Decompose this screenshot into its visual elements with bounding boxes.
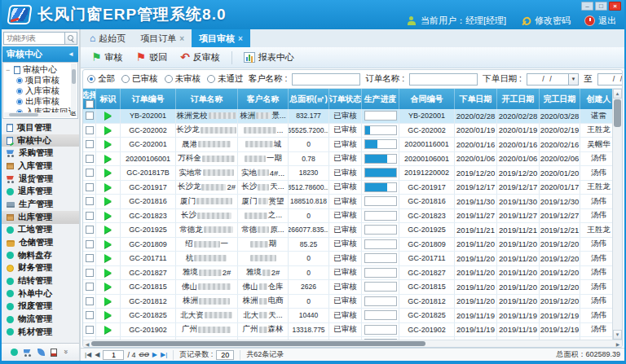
row-checkbox[interactable] [86, 112, 94, 120]
radio-audited[interactable]: 已审核 [121, 73, 158, 85]
reject-button[interactable]: ⚑驳回 [130, 50, 174, 65]
table-row[interactable]: GC-201809绍一期85.25已审核GC-2018092019/11/202… [83, 238, 622, 252]
horizontal-scroll-thumb[interactable] [91, 341, 425, 346]
sidebar-item-scrap-management[interactable]: 报废管理 [2, 300, 79, 314]
sidebar-item-carryover-management[interactable]: 结转管理 [2, 274, 79, 287]
tree-item[interactable]: 项目审核 [6, 75, 70, 86]
sidebar-item-project-management[interactable]: 项目管理 [2, 121, 79, 134]
overflow-icon[interactable] [63, 349, 71, 357]
sidebar-item-warehouse-management[interactable]: 仓储管理 [2, 236, 79, 249]
sidebar-item-consumables-management[interactable]: 耗材管理 [2, 326, 79, 339]
table-row[interactable]: GC-202001晟港城0已审核202001160012020/01/16202… [83, 138, 622, 152]
table-row[interactable]: GC-201925常德龙常德原...266077.835...已审核GC-201… [83, 223, 622, 238]
sidebar-item-audit-center[interactable]: 审核中心 [2, 134, 79, 147]
table-row[interactable]: GC-201823长沙之...0已审核GC-2018232019/11/2720… [83, 209, 622, 224]
col-header-flag[interactable]: 标识 [96, 89, 121, 109]
close-button[interactable]: × [609, 2, 621, 11]
tree-vertical-scrollbar[interactable] [71, 64, 77, 112]
row-checkbox[interactable] [86, 183, 94, 191]
search-button[interactable] [65, 32, 77, 45]
vertical-scroll-thumb[interactable] [614, 99, 621, 127]
radio-all[interactable]: 全部 [87, 73, 115, 85]
col-header-select[interactable]: 选择 [83, 89, 96, 109]
row-checkbox[interactable] [86, 169, 94, 177]
function-search-input[interactable] [3, 32, 65, 45]
sidebar-item-site-management[interactable]: 工地管理 [2, 224, 79, 237]
table-vertical-scrollbar[interactable]: ▲ ▼ [612, 89, 622, 340]
sidebar-item-production-management[interactable]: 生产管理 [2, 198, 79, 211]
close-icon[interactable]: × [179, 34, 184, 43]
col-header-client[interactable]: 客户名称 [238, 89, 289, 109]
row-checkbox[interactable] [86, 254, 94, 262]
maximize-button[interactable]: □ [595, 2, 607, 11]
sidebar-item-finance-management[interactable]: 财务管理 [2, 262, 79, 275]
sidebar-item-stock-return-management[interactable]: 退库管理 [2, 185, 79, 198]
order-date-from-input[interactable]: / / [527, 73, 569, 86]
table-row[interactable]: GC-201817B实地常实地4#...18230已审核201912200022… [83, 166, 622, 181]
radio-unaudited[interactable]: 未审核 [165, 73, 201, 85]
col-header-start-date[interactable]: 开工日期 [497, 89, 540, 109]
table-row[interactable]: GC-201816厦门厦门赏望188510.818已审核GC-201816201… [83, 195, 622, 209]
prev-page-button[interactable]: ◀ [95, 351, 99, 358]
table-row[interactable]: 20200106001万科金一期0.78已审核202001060012020/0… [83, 152, 622, 167]
next-page-button[interactable]: ▶ [152, 351, 157, 358]
radio-failed[interactable]: 未通过 [207, 73, 244, 85]
col-header-area[interactable]: 总面积(㎡) [289, 89, 329, 109]
row-checkbox[interactable] [86, 226, 94, 234]
row-checkbox[interactable] [86, 283, 94, 291]
col-header-order-no[interactable]: 订单编号 [121, 89, 176, 109]
row-checkbox[interactable] [86, 240, 94, 248]
report-icon[interactable] [51, 349, 57, 357]
tree-root[interactable]: − 审核中心 [6, 64, 70, 75]
row-checkbox[interactable] [86, 269, 94, 277]
order-date-to-input[interactable]: / / [597, 73, 622, 86]
scroll-down-icon[interactable]: ▼ [613, 330, 622, 340]
table-row[interactable]: YB-202001株洲党校株洲景...832.177已审核YB-20200120… [83, 109, 622, 124]
table-row[interactable]: GC-201812株洲株洲电商0已审核GC-2018122019/11/2020… [83, 295, 622, 309]
col-header-order-date[interactable]: 下单日期 [455, 89, 497, 109]
sidebar-item-goods-return-management[interactable]: 退货管理 [2, 173, 79, 186]
logout-link[interactable]: 退出 [598, 15, 616, 27]
page-number-input[interactable] [103, 350, 124, 360]
table-row[interactable]: GC-201917长沙龙2#长沙天...8512.78600...已审核GC-2… [83, 181, 622, 195]
table-row[interactable]: GC-201815佛山佛山仓库2626已审核GC-2018152019/11/2… [83, 280, 622, 295]
table-horizontal-scrollbar[interactable]: ◀ ▶ [83, 340, 622, 347]
row-checkbox[interactable] [86, 197, 94, 205]
table-row[interactable]: GC-201827雅境2#雅境2#0已审核GC-2018272019/11/20… [83, 266, 622, 281]
row-checkbox[interactable] [86, 126, 94, 134]
calendar-dropdown-icon[interactable]: ▼ [569, 73, 579, 86]
row-checkbox[interactable] [86, 212, 94, 220]
close-icon[interactable]: × [238, 34, 243, 43]
col-header-progress[interactable]: 生产进度 [362, 89, 399, 109]
last-page-button[interactable]: ▶| [161, 351, 167, 358]
row-checkbox[interactable] [86, 155, 94, 163]
tab-home-page[interactable]: ⌂起始页 [82, 29, 133, 47]
col-header-finish-date[interactable]: 完工日期 [540, 89, 580, 109]
sidebar-item-supplement-center[interactable]: 补单中心 [2, 287, 79, 300]
order-name-input[interactable] [409, 73, 478, 86]
cart-icon[interactable] [24, 349, 32, 357]
table-row[interactable]: GC-202002长沙龙...65525.7200...已审核GC-202002… [83, 124, 622, 138]
audit-button[interactable]: ⚑审核 [86, 50, 129, 65]
sidebar-item-purchase-management[interactable]: 采购管理 [2, 147, 79, 160]
page-size-input[interactable] [216, 350, 234, 360]
tree-item[interactable]: 出库审核 [6, 96, 70, 107]
collapse-icon[interactable]: ◄ [68, 50, 74, 58]
col-header-contract[interactable]: 合同编号 [399, 89, 455, 109]
minimize-button[interactable]: – [581, 2, 593, 11]
row-checkbox[interactable] [86, 326, 94, 334]
scroll-right-icon[interactable]: ▶ [614, 340, 622, 347]
row-checkbox[interactable] [86, 140, 94, 148]
leaf-icon[interactable] [37, 349, 45, 356]
tree-item[interactable]: 入库审核 [6, 86, 70, 96]
row-checkbox[interactable] [86, 297, 94, 305]
sidebar-item-material-inventory[interactable]: 物料盘存 [2, 249, 79, 262]
select-all-checkbox[interactable] [86, 100, 94, 108]
go-button[interactable]: GO [139, 351, 148, 358]
tab-project-audit[interactable]: 项目审核× [192, 29, 250, 47]
tree-horizontal-scrollbar[interactable] [4, 112, 70, 117]
row-checkbox[interactable] [86, 311, 94, 319]
change-password-link[interactable]: 修改密码 [535, 15, 571, 27]
reverse-audit-button[interactable]: ↶反审核 [174, 50, 226, 65]
report-center-button[interactable]: 报表中心 [238, 50, 300, 65]
